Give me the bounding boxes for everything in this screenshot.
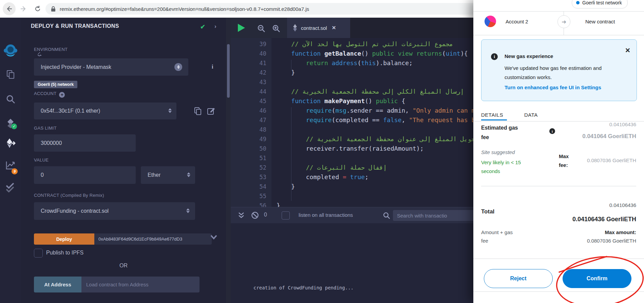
zoom-in-button[interactable] [272, 24, 280, 33]
panel-expand-icon[interactable]: › [214, 23, 216, 30]
code-line: 41 return address(this).balance; [231, 58, 473, 68]
deploy-constructor-input[interactable]: 0xAb8483F64d9C6d1EcF9b849Ae677dD3 [94, 233, 212, 245]
lock-icon [51, 6, 56, 12]
amount-gas-label: Amount + gas [481, 229, 513, 235]
tab-contract-sol[interactable]: contract.sol ✕ [287, 18, 350, 38]
statistics-icon[interactable] [0, 160, 21, 170]
code-line: 40 function getBalance() public view ret… [231, 49, 473, 58]
likely-time-label-2: seconds [481, 168, 500, 174]
clear-console-icon[interactable] [251, 211, 259, 219]
to-contract: New contract [585, 19, 615, 24]
gas-value-eth: 0.041064 GoerliETH [582, 133, 636, 140]
from-account: Account 2 [506, 19, 528, 24]
deploy-button[interactable]: Deploy [34, 233, 94, 245]
tab-label: contract.sol [301, 25, 327, 31]
gas-info-icon[interactable]: i [549, 128, 555, 134]
code-line: 56} [231, 201, 473, 207]
terminal-output: creation of CrowdFunding pending... [231, 223, 473, 303]
solidity-file-icon [292, 24, 298, 32]
solidity-compiler-icon[interactable] [0, 118, 21, 129]
listen-transactions-checkbox[interactable] [282, 211, 290, 220]
panel-title: DEPLOY & RUN TRANSACTIONS [31, 23, 119, 29]
environment-info-icon[interactable]: i [212, 64, 213, 70]
code-line: 46 require(msg.sender == admin, "Only ad… [231, 106, 473, 115]
max-amount-label: Max amount: [605, 229, 636, 235]
tab-close-icon[interactable]: ✕ [332, 25, 336, 31]
estimated-gas-label: Estimated gas [481, 125, 518, 131]
zoom-out-button[interactable] [257, 24, 265, 33]
browser-back-button[interactable] [3, 2, 16, 15]
reject-button[interactable]: Reject [484, 269, 553, 288]
editor-area: contract.sol ✕ 39 // مجموع التبرعات التي… [231, 18, 473, 303]
code-viewport[interactable]: 39 // مجموع التبرعات التي تم التوصل بها … [231, 38, 473, 207]
terminal-expand-icon[interactable] [238, 212, 245, 219]
max-fee-label-2: fee: [559, 162, 568, 168]
account-label: ACCOUNT+ [34, 91, 65, 98]
edit-account-icon[interactable] [207, 107, 215, 115]
transaction-count: 0 [264, 212, 267, 218]
activity-bar: ✓ 9 [0, 18, 21, 303]
value-unit-select[interactable]: Ether [141, 166, 195, 184]
run-script-button[interactable] [237, 23, 246, 33]
divider [473, 259, 644, 259]
forward-arrow-icon [20, 5, 27, 12]
gas-limit-label: GAS LIMIT [34, 126, 57, 131]
value-label: VALUE [34, 157, 49, 163]
terminal-log-line: creation of CrowdFunding pending... [253, 285, 354, 290]
notice-settings-link[interactable]: Turn on enhanced gas fee UI in Settings [505, 84, 601, 90]
deploy-run-panel: DEPLOY & RUN TRANSACTIONS ✔ › ENVIRONMEN… [21, 18, 226, 303]
statistics-badge: 9 [12, 168, 18, 174]
code-line: 53 completed = true; [231, 172, 473, 182]
divider [473, 11, 644, 12]
publish-ipfs-checkbox[interactable] [34, 249, 43, 258]
code-line: 39 // مجموع التبرعات التي تم التوصل بها … [231, 39, 473, 49]
add-account-icon[interactable]: + [59, 92, 65, 98]
tab-data[interactable]: DATA [524, 112, 538, 118]
tab-strip [350, 18, 473, 38]
environment-select[interactable]: Injected Provider - Metamask [34, 58, 188, 76]
at-address-input[interactable] [81, 277, 200, 292]
copy-account-icon[interactable] [194, 107, 202, 115]
site-suggested-label: Site suggested [481, 149, 515, 155]
notice-body: We've updated how gas fee estimation and… [505, 63, 623, 82]
contract-select[interactable]: CrowdFunding - contract.sol [34, 202, 195, 220]
remix-logo-icon [0, 43, 21, 57]
unit-testing-icon[interactable] [0, 183, 21, 192]
active-tab-underline [481, 119, 507, 120]
browser-reload-button[interactable] [31, 2, 44, 15]
divider [481, 186, 636, 186]
search-icon[interactable] [0, 94, 21, 104]
code-line: 42 } [231, 68, 473, 77]
likely-time-label: Very likely in < 15 [481, 159, 521, 165]
panel-scrollbar[interactable] [227, 44, 230, 98]
network-badge: Goerli (5) network [34, 81, 77, 88]
deploy-expand-icon[interactable] [210, 235, 217, 240]
close-icon[interactable]: ✕ [625, 46, 630, 54]
zoom-in-icon [272, 24, 280, 33]
url-text: remix.ethereum.org/#optimize=false&runs=… [60, 6, 309, 12]
code-line: 50 receiver.transfer(raisedAmount); [231, 144, 473, 153]
zoom-out-icon [257, 24, 265, 33]
environment-caret-icon [174, 63, 182, 71]
at-address-button[interactable]: At Address [34, 277, 81, 292]
total-label: Total [481, 208, 494, 215]
estimated-gas-label-2: fee [481, 134, 489, 140]
tab-details[interactable]: DETAILS [481, 112, 503, 118]
browser-forward-button[interactable] [17, 2, 30, 15]
confirm-button[interactable]: Confirm [563, 269, 631, 288]
max-amount-value: 0.0807036 GoerliETH [587, 238, 636, 244]
account-select[interactable]: 0x54f...30c1F (0.1 ether) [34, 102, 176, 119]
gas-experience-notice: i New gas experience We've updated how g… [481, 39, 637, 101]
network-pill[interactable]: Goerli test network [572, 0, 628, 8]
file-explorer-icon[interactable] [0, 70, 21, 79]
value-input[interactable] [34, 166, 136, 184]
network-dot-icon [576, 1, 580, 4]
code-line: 43 [231, 77, 473, 87]
code-lines: 39 // مجموع التبرعات التي تم التوصل بها … [231, 39, 473, 207]
publish-ipfs-label: Publish to IPFS [46, 250, 83, 256]
gas-limit-input[interactable] [34, 134, 136, 152]
account-avatar [485, 16, 496, 27]
max-fee-label: Max [559, 153, 569, 159]
account-caret-icon [168, 108, 172, 113]
deploy-run-icon[interactable] [0, 138, 21, 148]
